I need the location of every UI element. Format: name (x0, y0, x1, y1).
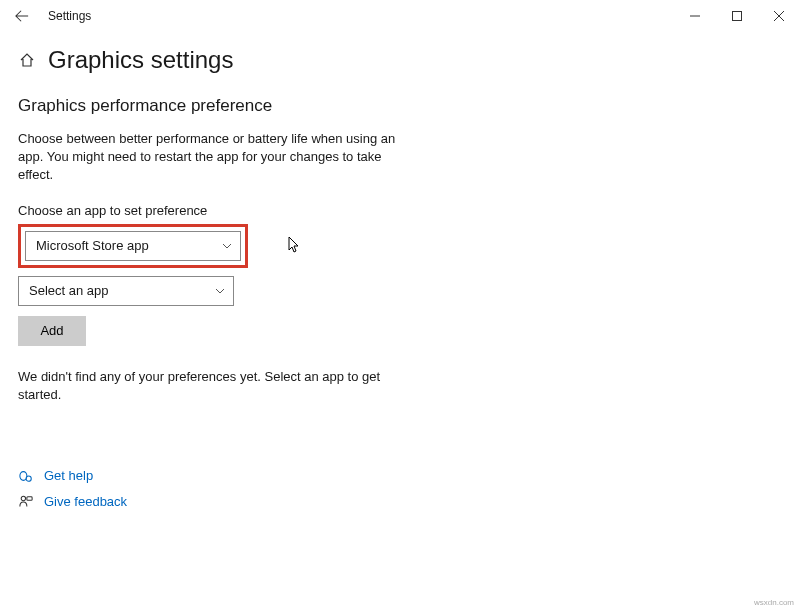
maximize-icon (732, 11, 742, 21)
svg-point-3 (26, 476, 31, 481)
status-message: We didn't find any of your preferences y… (18, 368, 402, 404)
chevron-down-icon (222, 243, 232, 249)
close-icon (774, 11, 784, 21)
home-button[interactable] (18, 51, 36, 69)
get-help-label: Get help (44, 468, 93, 483)
chevron-down-icon (215, 288, 225, 294)
minimize-button[interactable] (674, 1, 716, 31)
select-app-dropdown[interactable]: Select an app (18, 276, 234, 306)
choose-app-label: Choose an app to set preference (18, 203, 402, 218)
get-help-link[interactable]: Get help (18, 468, 402, 484)
page-title: Graphics settings (48, 46, 233, 74)
back-button[interactable] (10, 4, 34, 28)
titlebar: Settings (0, 0, 800, 32)
add-button[interactable]: Add (18, 316, 86, 346)
feedback-icon (18, 494, 34, 510)
arrow-left-icon (15, 9, 29, 23)
select-app-value: Select an app (29, 283, 109, 298)
help-links: Get help Give feedback (18, 468, 402, 510)
svg-point-4 (21, 496, 25, 500)
svg-rect-1 (733, 12, 742, 21)
window-controls (674, 1, 800, 31)
content-area: Graphics performance preference Choose b… (0, 86, 420, 510)
highlight-annotation: Microsoft Store app (18, 224, 248, 268)
close-button[interactable] (758, 1, 800, 31)
home-icon (19, 52, 35, 68)
minimize-icon (690, 11, 700, 21)
section-heading: Graphics performance preference (18, 96, 402, 116)
give-feedback-link[interactable]: Give feedback (18, 494, 402, 510)
help-icon (18, 468, 34, 484)
app-type-dropdown[interactable]: Microsoft Store app (25, 231, 241, 261)
watermark: wsxdn.com (754, 598, 794, 607)
section-description: Choose between better performance or bat… (18, 130, 402, 185)
app-name: Settings (48, 9, 91, 23)
app-type-value: Microsoft Store app (36, 238, 149, 253)
svg-rect-5 (27, 497, 32, 501)
page-header: Graphics settings (0, 32, 800, 86)
maximize-button[interactable] (716, 1, 758, 31)
give-feedback-label: Give feedback (44, 494, 127, 509)
